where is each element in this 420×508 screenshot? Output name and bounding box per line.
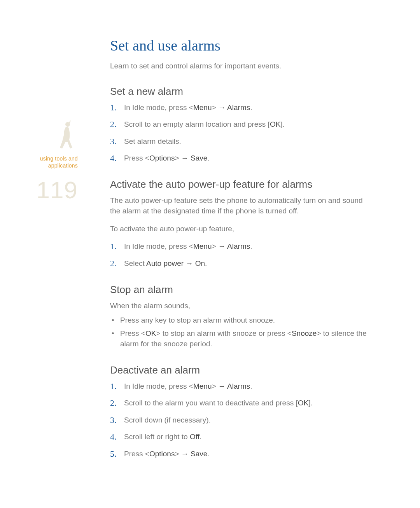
step-number: 1.: [110, 101, 117, 114]
list-item: 1. In Idle mode, press <Menu> → Alarms.: [110, 381, 374, 392]
step-number: 4.: [110, 152, 117, 164]
sidebar-label-line2: applications: [48, 162, 78, 169]
list-item: 4. Scroll left or right to Off.: [110, 431, 374, 442]
list-item: 2. Scroll to an empty alarm location and…: [110, 119, 374, 130]
auto-power-lead-in: To activate the auto power-up feature,: [110, 223, 374, 234]
intro-text: Learn to set and control alarms for impo…: [110, 61, 374, 72]
step-text: Scroll left or right to Off.: [124, 433, 201, 441]
step-text: In Idle mode, press <Menu> → Alarms.: [124, 242, 252, 250]
step-number: 3.: [110, 135, 117, 148]
list-item: 2. Scroll to the alarm you want to deact…: [110, 398, 374, 408]
sidebar-label-line1: using tools and: [40, 155, 78, 162]
page-title: Set and use alarms: [110, 37, 374, 54]
steps-auto-power-up: 1. In Idle mode, press <Menu> → Alarms. …: [110, 241, 374, 269]
bullet-text: Press any key to stop an alarm without s…: [120, 316, 275, 324]
bullet-text: Press <OK> to stop an alarm with snooze …: [120, 329, 367, 348]
bullets-stop-alarm: Press any key to stop an alarm without s…: [110, 315, 374, 349]
heading-auto-power-up: Activate the auto power-up feature for a…: [110, 178, 374, 190]
step-number: 1.: [110, 380, 117, 393]
step-number: 3.: [110, 414, 117, 426]
heading-stop-alarm: Stop an alarm: [110, 284, 374, 296]
list-item: 1. In Idle mode, press <Menu> → Alarms.: [110, 102, 374, 113]
manual-page: using tools and applications 119 Set and…: [0, 0, 420, 508]
step-number: 1.: [110, 240, 117, 253]
step-text: Scroll to the alarm you want to deactiva…: [124, 399, 313, 407]
list-item: Press <OK> to stop an alarm with snooze …: [110, 328, 374, 349]
step-number: 2.: [110, 257, 117, 270]
steps-set-new-alarm: 1. In Idle mode, press <Menu> → Alarms. …: [110, 102, 374, 164]
list-item: 5. Press <Options> → Save.: [110, 449, 374, 459]
step-text: In Idle mode, press <Menu> → Alarms.: [124, 382, 252, 390]
content-area: Set and use alarms Learn to set and cont…: [110, 37, 374, 474]
list-item: 1. In Idle mode, press <Menu> → Alarms.: [110, 241, 374, 252]
page-number: 119: [27, 176, 78, 204]
step-text: Scroll down (if necessary).: [124, 416, 211, 424]
step-text: Press <Options> → Save.: [124, 154, 210, 162]
step-number: 2.: [110, 118, 117, 131]
section-auto-power-up: Activate the auto power-up feature for a…: [110, 178, 374, 269]
step-number: 4.: [110, 431, 117, 443]
section-deactivate-alarm: Deactivate an alarm 1. In Idle mode, pre…: [110, 364, 374, 459]
list-item: 4. Press <Options> → Save.: [110, 153, 374, 164]
heading-set-new-alarm: Set a new alarm: [110, 86, 374, 98]
steps-deactivate-alarm: 1. In Idle mode, press <Menu> → Alarms. …: [110, 381, 374, 459]
section-stop-alarm: Stop an alarm When the alarm sounds, Pre…: [110, 284, 374, 349]
list-item: Press any key to stop an alarm without s…: [110, 315, 374, 326]
list-item: 2. Select Auto power → On.: [110, 258, 374, 269]
step-text: Select Auto power → On.: [124, 259, 207, 267]
list-item: 3. Scroll down (if necessary).: [110, 415, 374, 426]
step-text: Press <Options> → Save.: [124, 450, 210, 458]
stop-alarm-lead-in: When the alarm sounds,: [110, 300, 374, 311]
heading-deactivate-alarm: Deactivate an alarm: [110, 364, 374, 376]
step-text: Set alarm details.: [124, 137, 181, 145]
person-sitting-icon: [54, 120, 78, 152]
step-text: In Idle mode, press <Menu> → Alarms.: [124, 103, 252, 112]
list-item: 3. Set alarm details.: [110, 136, 374, 147]
sidebar-section-label: using tools and applications: [27, 155, 78, 169]
auto-power-description: The auto power-up feature sets the phone…: [110, 195, 374, 216]
section-set-new-alarm: Set a new alarm 1. In Idle mode, press <…: [110, 86, 374, 164]
step-number: 5.: [110, 448, 117, 460]
step-text: Scroll to an empty alarm location and pr…: [124, 120, 285, 128]
sidebar: using tools and applications 119: [27, 120, 78, 204]
step-number: 2.: [110, 397, 117, 409]
